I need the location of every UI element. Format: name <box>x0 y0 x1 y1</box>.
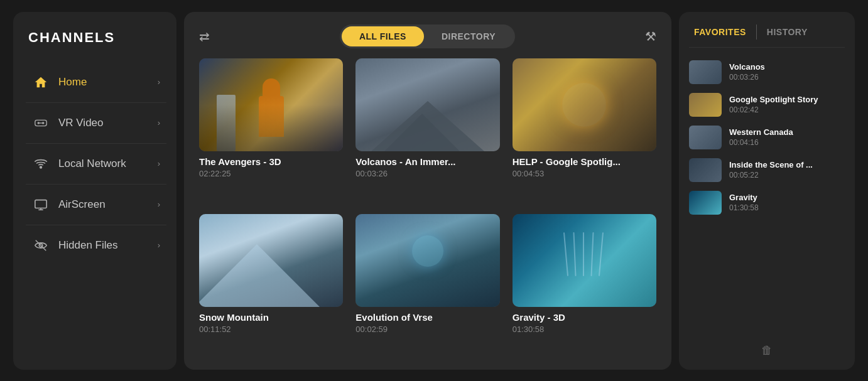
favorites-list: Volcanos00:03:26Google Spotlight Story00… <box>689 60 845 338</box>
fav-info: Gravity01:30:58 <box>729 193 759 212</box>
main-content: ⇄ ALL FILES DIRECTORY ⚒ The Avengers - 3… <box>184 12 671 370</box>
favorites-item[interactable]: Volcanos00:03:26 <box>689 60 845 84</box>
video-duration: 02:22:25 <box>199 169 343 178</box>
svg-point-5 <box>40 166 42 168</box>
svg-point-2 <box>38 122 40 124</box>
fav-info: Inside the Scene of ...00:05:22 <box>729 160 813 180</box>
tab-history[interactable]: HISTORY <box>762 24 813 40</box>
sidebar-item-label: Local Network <box>58 158 149 170</box>
fav-info: Western Canada00:04:16 <box>729 127 793 147</box>
fav-thumbnail <box>689 158 722 182</box>
sidebar-divider <box>26 225 166 225</box>
video-title: The Avengers - 3D <box>199 156 343 167</box>
video-thumbnail <box>355 214 499 307</box>
local-network-icon <box>32 155 50 173</box>
main-header: ⇄ ALL FILES DIRECTORY ⚒ <box>199 24 656 48</box>
video-thumbnail <box>199 58 343 151</box>
trash-icon[interactable]: 🗑 <box>689 344 845 357</box>
right-panel: FAVORITES HISTORY Volcanos00:03:26Google… <box>679 12 855 370</box>
home-icon <box>32 73 50 91</box>
sidebar-divider <box>26 184 166 185</box>
sidebar-title: CHANNELS <box>26 30 166 46</box>
sidebar-item-airscreen[interactable]: AirScreen› <box>26 187 166 222</box>
svg-point-3 <box>42 122 45 124</box>
svg-line-10 <box>36 240 46 250</box>
sidebar-item-hidden-files[interactable]: Hidden Files› <box>26 228 166 263</box>
fav-thumbnail <box>689 191 722 215</box>
vr-video-icon <box>32 114 50 132</box>
sidebar-items: Home›VR Video›Local Network›AirScreen›Hi… <box>26 65 166 263</box>
sidebar-divider <box>26 102 166 103</box>
fav-title: Western Canada <box>729 127 793 137</box>
chevron-right-icon: › <box>158 240 160 250</box>
video-card[interactable]: Evolution of Vrse00:02:59 <box>355 214 499 357</box>
video-card[interactable]: Volcanos - An Immer...00:03:26 <box>355 58 499 201</box>
video-card[interactable]: Gravity - 3D01:30:58 <box>513 214 656 357</box>
favorites-item[interactable]: Inside the Scene of ...00:05:22 <box>689 158 845 182</box>
tab-favorites[interactable]: FAVORITES <box>689 24 751 40</box>
video-title: Snow Mountain <box>199 312 343 323</box>
right-panel-header: FAVORITES HISTORY <box>689 24 845 48</box>
hidden-files-icon <box>32 237 50 254</box>
video-thumbnail <box>199 214 343 307</box>
sidebar-divider <box>26 143 166 144</box>
sidebar-item-local-network[interactable]: Local Network› <box>26 146 166 181</box>
sidebar-item-label: VR Video <box>58 117 149 129</box>
fav-title: Volcanos <box>729 62 765 72</box>
video-title: Volcanos - An Immer... <box>355 156 499 167</box>
video-duration: 00:02:59 <box>355 325 499 334</box>
svg-rect-6 <box>35 200 46 208</box>
tab-all-files[interactable]: ALL FILES <box>342 26 424 46</box>
video-duration: 00:03:26 <box>355 169 499 178</box>
favorites-item[interactable]: Gravity01:30:58 <box>689 191 845 215</box>
sidebar-item-label: Home <box>58 76 149 89</box>
airscreen-icon <box>32 196 50 213</box>
fav-thumbnail <box>689 126 722 149</box>
fav-duration: 00:05:22 <box>729 171 813 180</box>
video-duration: 00:04:53 <box>513 169 656 178</box>
app-container: CHANNELS Home›VR Video›Local Network›Air… <box>13 12 855 370</box>
video-card[interactable]: Snow Mountain00:11:52 <box>199 214 343 357</box>
filter-icon[interactable]: ⇄ <box>199 29 210 44</box>
sidebar-item-label: AirScreen <box>58 198 149 211</box>
favorites-item[interactable]: Western Canada00:04:16 <box>689 126 845 149</box>
fav-title: Gravity <box>729 193 759 202</box>
fav-info: Volcanos00:03:26 <box>729 62 765 82</box>
fav-duration: 00:03:26 <box>729 73 765 82</box>
video-duration: 00:11:52 <box>199 325 343 334</box>
chevron-right-icon: › <box>158 118 160 127</box>
chevron-right-icon: › <box>158 200 160 209</box>
fav-thumbnail <box>689 60 722 84</box>
fav-duration: 00:02:42 <box>729 105 818 114</box>
video-card[interactable]: The Avengers - 3D02:22:25 <box>199 58 343 201</box>
fav-duration: 00:04:16 <box>729 138 793 147</box>
settings-icon[interactable]: ⚒ <box>645 29 656 44</box>
tab-group: ALL FILES DIRECTORY <box>340 24 515 48</box>
video-card[interactable]: HELP - Google Spotlig...00:04:53 <box>513 58 656 201</box>
tab-divider <box>756 24 757 40</box>
video-grid: The Avengers - 3D02:22:25Volcanos - An I… <box>199 58 656 357</box>
chevron-right-icon: › <box>158 159 160 168</box>
chevron-right-icon: › <box>158 77 160 87</box>
video-thumbnail <box>513 58 656 151</box>
video-thumbnail <box>355 58 499 151</box>
video-title: Gravity - 3D <box>513 312 656 323</box>
svg-marker-0 <box>35 77 46 87</box>
video-title: Evolution of Vrse <box>355 312 499 323</box>
video-duration: 01:30:58 <box>513 325 656 334</box>
fav-thumbnail <box>689 93 722 117</box>
fav-title: Google Spotlight Story <box>729 95 818 104</box>
sidebar: CHANNELS Home›VR Video›Local Network›Air… <box>13 12 176 370</box>
tab-directory[interactable]: DIRECTORY <box>424 26 513 46</box>
favorites-item[interactable]: Google Spotlight Story00:02:42 <box>689 93 845 117</box>
fav-title: Inside the Scene of ... <box>729 160 813 169</box>
sidebar-item-home[interactable]: Home› <box>26 65 166 100</box>
video-title: HELP - Google Spotlig... <box>513 156 656 167</box>
sidebar-item-vr-video[interactable]: VR Video› <box>26 105 166 141</box>
video-thumbnail <box>513 214 656 307</box>
fav-info: Google Spotlight Story00:02:42 <box>729 95 818 114</box>
fav-duration: 01:30:58 <box>729 203 759 212</box>
sidebar-item-label: Hidden Files <box>58 239 149 252</box>
